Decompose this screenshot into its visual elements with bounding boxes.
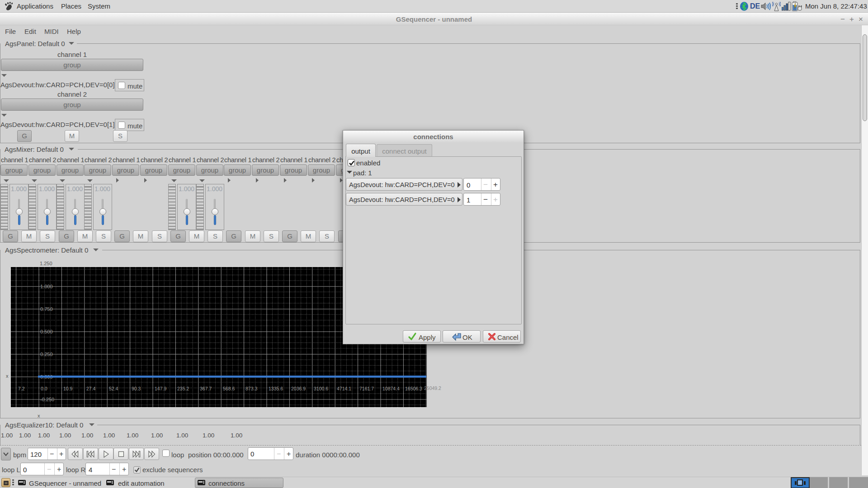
svg-text:235.2: 235.2: [177, 386, 189, 391]
svg-text:27.4: 27.4: [86, 386, 96, 391]
svg-text:7161.7: 7161.7: [359, 386, 374, 391]
svg-text:2036.9: 2036.9: [291, 386, 306, 391]
svg-text:0.500: 0.500: [40, 329, 53, 334]
svg-text:1335.6: 1335.6: [269, 386, 283, 391]
svg-text:568.6: 568.6: [223, 386, 235, 391]
svg-text:7.2: 7.2: [18, 386, 25, 391]
svg-text:367.7: 367.7: [200, 386, 212, 391]
svg-text:3100.6: 3100.6: [314, 386, 328, 391]
svg-text:147.9: 147.9: [155, 386, 166, 391]
svg-text:1.000: 1.000: [40, 284, 53, 289]
svg-text:90.3: 90.3: [132, 386, 141, 391]
svg-text:0.750: 0.750: [40, 306, 53, 312]
svg-text:16506.3: 16506.3: [405, 386, 422, 391]
svg-text:-0.250: -0.250: [40, 397, 54, 402]
svg-text:10.9: 10.9: [63, 386, 73, 391]
svg-text:0.0: 0.0: [41, 386, 47, 391]
svg-text:10874.4: 10874.4: [382, 386, 400, 391]
svg-text:0.250: 0.250: [40, 352, 53, 357]
svg-text:4714.1: 4714.1: [337, 386, 351, 391]
svg-text:873.3: 873.3: [245, 386, 257, 391]
svg-text:52.4: 52.4: [109, 386, 118, 391]
